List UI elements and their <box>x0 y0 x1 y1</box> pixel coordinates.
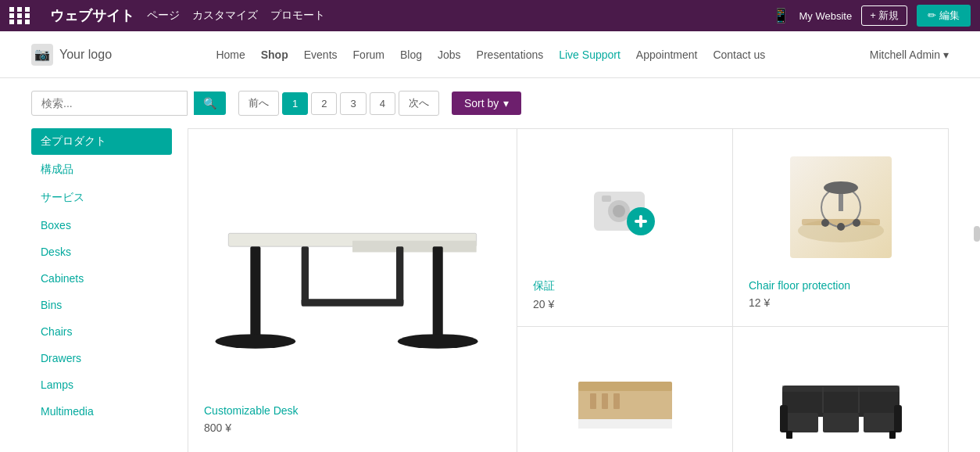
page-1-button[interactable]: 1 <box>282 92 308 115</box>
product-image-hosho <box>533 145 717 270</box>
sidebar: 全プロダクト 構成品 サービス Boxes Desks Cabinets Bin… <box>31 128 188 452</box>
sort-by-button[interactable]: Sort by ▾ <box>452 91 521 115</box>
chair-floor-image <box>790 156 892 258</box>
svg-rect-4 <box>433 246 443 341</box>
svg-rect-26 <box>578 419 672 429</box>
svg-rect-25 <box>578 382 672 391</box>
sort-by-label: Sort by <box>464 97 499 109</box>
nav-jobs[interactable]: Jobs <box>438 48 461 61</box>
sort-by-chevron-icon: ▾ <box>503 97 509 109</box>
nav-appointment[interactable]: Appointment <box>636 48 698 61</box>
nav-home[interactable]: Home <box>216 48 245 61</box>
user-dropdown-icon: ▾ <box>943 48 949 61</box>
scrollbar[interactable] <box>974 226 980 242</box>
user-name: Mitchell Admin <box>870 48 940 61</box>
sidebar-item-lamps[interactable]: Lamps <box>31 372 172 397</box>
svg-rect-1 <box>352 241 477 253</box>
sidebar-item-multimedia[interactable]: Multimedia <box>31 399 172 424</box>
search-bar: 🔍 前へ 1 2 3 4 次へ Sort by ▾ <box>0 78 980 128</box>
svg-rect-8 <box>302 299 404 306</box>
search-input[interactable] <box>31 91 188 116</box>
product-image-sofa <box>749 343 932 452</box>
logo-icon: 📷 <box>31 44 53 66</box>
nav-customize[interactable]: カスタマイズ <box>192 9 258 23</box>
product-card-hosho[interactable]: 保証 20 ¥ <box>517 129 732 326</box>
pagination: 前へ 1 2 3 4 次へ <box>238 91 439 116</box>
svg-rect-27 <box>590 393 596 409</box>
product-price: 800 ¥ <box>204 422 501 434</box>
svg-rect-32 <box>823 413 859 432</box>
site-title: ウェブサイト <box>50 6 134 25</box>
admin-bar: ウェブサイト ページ カスタマイズ プロモート 📱 My Website + 新… <box>0 0 980 31</box>
search-button[interactable]: 🔍 <box>194 91 226 115</box>
logo-text: Your logo <box>59 48 112 62</box>
nav-presentations[interactable]: Presentations <box>477 48 544 61</box>
sidebar-item-all-products[interactable]: 全プロダクト <box>31 128 172 155</box>
product-card-sofa[interactable]: Three-Seat Sofa 60,000 ¥ <box>733 327 948 452</box>
nav-pages[interactable]: ページ <box>147 9 180 23</box>
nav-events[interactable]: Events <box>304 48 338 61</box>
svg-rect-12 <box>602 196 611 202</box>
svg-rect-37 <box>889 431 896 439</box>
nav-blog[interactable]: Blog <box>400 48 422 61</box>
nav-contact-us[interactable]: Contact us <box>713 48 765 61</box>
sidebar-item-desks[interactable]: Desks <box>31 239 172 264</box>
next-button[interactable]: 次へ <box>399 91 439 116</box>
sidebar-item-components[interactable]: 構成品 <box>31 156 172 183</box>
svg-point-21 <box>853 219 860 227</box>
camera-add-icon <box>586 172 664 242</box>
svg-rect-2 <box>250 246 260 341</box>
svg-rect-40 <box>782 386 900 392</box>
product-name: Chair floor protection <box>749 279 932 292</box>
product-image-cable-mgmt <box>533 343 717 452</box>
svg-rect-35 <box>894 405 902 432</box>
svg-point-20 <box>837 223 845 231</box>
product-price: 12 ¥ <box>749 296 932 309</box>
product-card-cable-mgmt[interactable]: Cable Management Box 100 ¥ <box>517 327 732 452</box>
search-wrap <box>31 91 188 116</box>
my-website-dropdown[interactable]: My Website <box>799 10 852 22</box>
admin-bar-left: ウェブサイト ページ カスタマイズ プロモート <box>9 6 325 25</box>
user-menu[interactable]: Mitchell Admin ▾ <box>870 48 949 61</box>
svg-rect-29 <box>613 393 620 409</box>
nav-bar: 📷 Your logo Home Shop Events Forum Blog … <box>0 31 980 78</box>
new-button[interactable]: + 新規 <box>861 5 907 26</box>
product-name: 保証 <box>533 279 717 293</box>
svg-point-23 <box>824 181 858 194</box>
product-price: 20 ¥ <box>533 298 717 310</box>
svg-rect-28 <box>602 393 608 409</box>
page-4-button[interactable]: 4 <box>370 92 395 115</box>
edit-button[interactable]: ✏ 編集 <box>917 5 971 27</box>
nav-promote[interactable]: プロモート <box>270 9 325 23</box>
nav-live-support[interactable]: Live Support <box>559 48 621 61</box>
svg-rect-7 <box>396 246 403 305</box>
svg-point-3 <box>216 334 296 349</box>
sidebar-item-boxes[interactable]: Boxes <box>31 213 172 238</box>
svg-rect-6 <box>302 246 309 305</box>
product-image-chair-floor <box>749 145 932 270</box>
prev-button[interactable]: 前へ <box>238 91 279 116</box>
product-name: Customizable Desk <box>204 404 501 417</box>
sidebar-item-chairs[interactable]: Chairs <box>31 319 172 344</box>
product-image-desk <box>204 145 501 395</box>
admin-bar-right: 📱 My Website + 新規 ✏ 編集 <box>772 5 971 27</box>
product-card-chair-floor[interactable]: Chair floor protection 12 ¥ <box>733 129 948 326</box>
page-3-button[interactable]: 3 <box>340 92 366 115</box>
svg-point-11 <box>613 205 625 217</box>
nav-forum[interactable]: Forum <box>353 48 384 61</box>
nav-shop[interactable]: Shop <box>261 48 288 61</box>
svg-rect-15 <box>639 215 642 228</box>
product-card-customizable-desk[interactable]: Customizable Desk 800 ¥ <box>188 129 517 452</box>
svg-rect-34 <box>780 405 788 432</box>
apps-grid-icon[interactable] <box>9 7 31 24</box>
page-2-button[interactable]: 2 <box>311 92 337 115</box>
mobile-preview-icon[interactable]: 📱 <box>772 7 789 24</box>
sidebar-item-bins[interactable]: Bins <box>31 292 172 317</box>
svg-point-5 <box>398 334 478 349</box>
svg-rect-36 <box>786 431 792 439</box>
nav-links: Home Shop Events Forum Blog Jobs Present… <box>216 48 765 61</box>
sidebar-item-services[interactable]: サービス <box>31 185 172 211</box>
product-grid: Customizable Desk 800 ¥ <box>188 128 949 452</box>
sidebar-item-drawers[interactable]: Drawers <box>31 346 172 371</box>
sidebar-item-cabinets[interactable]: Cabinets <box>31 266 172 291</box>
